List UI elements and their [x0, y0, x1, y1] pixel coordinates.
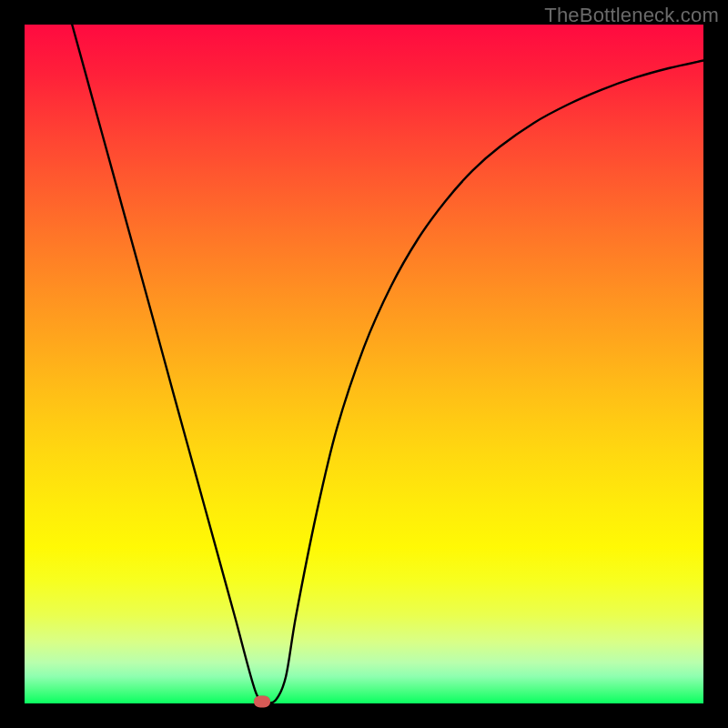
optimum-marker [254, 695, 270, 707]
watermark-text: TheBottleneck.com [544, 4, 719, 27]
chart-frame: TheBottleneck.com [0, 0, 728, 728]
plot-area [25, 25, 703, 703]
bottleneck-curve [25, 25, 703, 703]
